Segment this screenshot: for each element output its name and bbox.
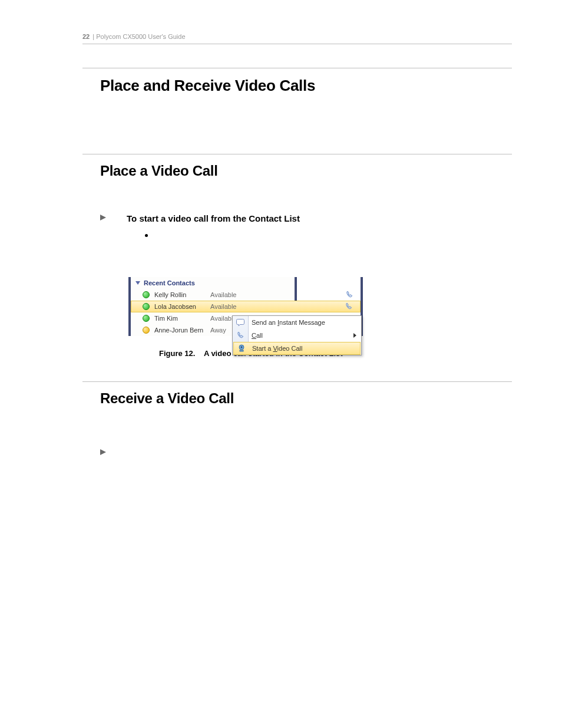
menu-label-im: Send an Instant Message [252, 319, 325, 326]
contact-name: Kelly Rollin [154, 291, 210, 298]
presence-icon [143, 303, 150, 310]
contact-row-selected[interactable]: Lola Jacobsen Available [131, 301, 361, 312]
submenu-arrow-icon [353, 333, 356, 338]
contact-name: Lola Jacobsen [154, 303, 210, 310]
phone-icon [236, 331, 245, 340]
figure-12: Recent Contacts Kelly Rollin Available L… [128, 277, 512, 336]
header-sep: | [91, 33, 96, 40]
procedure-block: To start a video call from the Contact L… [100, 213, 512, 241]
menu-label-video: Start a Video Call [252, 345, 302, 352]
menu-label-call: Call [252, 332, 263, 339]
contact-status: Available [210, 303, 247, 310]
contact-row[interactable]: Kelly Rollin Available [131, 289, 361, 301]
procedure-title: To start a video call from the Contact L… [127, 213, 300, 223]
page: 22 | Polycom CX5000 User's Guide Place a… [0, 0, 562, 728]
im-icon [236, 318, 245, 327]
subsection-heading-place: Place a Video Call [100, 163, 512, 179]
collapse-icon [135, 281, 140, 285]
figure-number: Figure 12. [159, 349, 195, 358]
menu-item-call[interactable]: Call [233, 329, 361, 342]
contact-name: Anne-Jorun Bern [154, 327, 210, 334]
procedure-arrow-icon [100, 449, 106, 455]
svg-point-2 [241, 347, 243, 348]
subsection-rule-1 [82, 154, 512, 154]
procedure-arrow-icon [100, 215, 106, 220]
subsection-rule-2 [82, 381, 512, 382]
presence-icon [143, 327, 150, 334]
menu-item-start-video-call[interactable]: Start a Video Call [233, 342, 361, 355]
bullet-icon [145, 234, 148, 237]
phone-icon[interactable] [345, 291, 353, 299]
subsection-heading-receive: Receive a Video Call [100, 390, 512, 407]
contact-status: Available [210, 291, 247, 298]
section-heading: Place and Receive Video Calls [100, 77, 512, 95]
phone-icon[interactable] [345, 302, 353, 311]
contact-name: Tim Kim [154, 315, 210, 322]
menu-item-send-im[interactable]: Send an Instant Message [233, 316, 361, 329]
page-header: 22 | Polycom CX5000 User's Guide [82, 33, 512, 44]
svg-rect-3 [240, 350, 243, 351]
spacer [82, 358, 512, 381]
group-header-label: Recent Contacts [144, 279, 195, 286]
contact-list-panel: Recent Contacts Kelly Rollin Available L… [128, 277, 363, 336]
context-menu: Send an Instant Message Call Start a Vid… [232, 315, 362, 355]
bullet-row [145, 230, 512, 241]
guide-title: Polycom CX5000 User's Guide [96, 33, 185, 40]
presence-icon [143, 291, 150, 298]
page-number: 22 [82, 33, 90, 40]
section-rule [82, 68, 512, 68]
webcam-icon [237, 344, 246, 353]
svg-rect-0 [237, 319, 244, 325]
presence-icon [143, 315, 150, 322]
